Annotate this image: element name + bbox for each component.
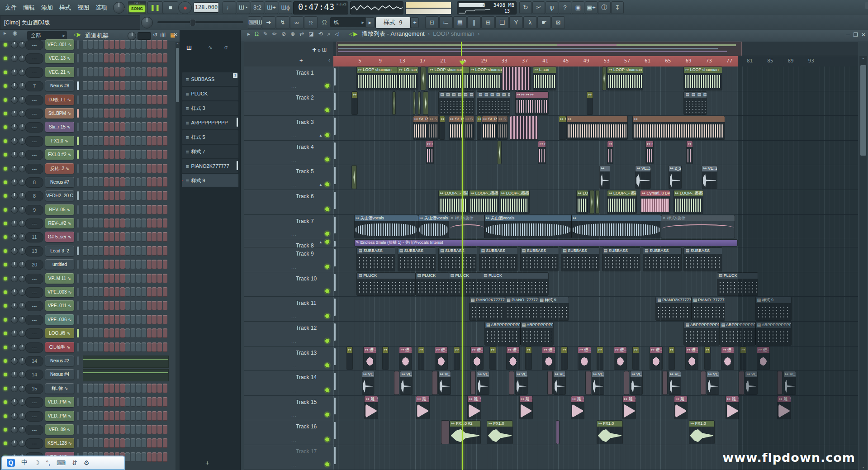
step-cell[interactable] — [131, 191, 135, 200]
channel-volume-knob[interactable] — [19, 261, 26, 268]
clip-VE..2[interactable]: ↦ VE..2 — [707, 371, 719, 394]
channel-led[interactable] — [4, 442, 7, 445]
clip-PLUCK[interactable]: ▤ PLUCK — [482, 273, 548, 296]
step-cell[interactable] — [120, 274, 125, 283]
stop-button[interactable]: ■ — [163, 1, 178, 14]
channel-mute-indicator[interactable] — [77, 68, 79, 76]
clip-↦ ↦[interactable] — [441, 421, 449, 444]
track-header[interactable]: Track 10··· — [244, 272, 333, 297]
step-cell[interactable] — [136, 301, 141, 310]
step-cell[interactable] — [125, 287, 130, 297]
step-cell[interactable] — [142, 411, 146, 421]
step-cell[interactable] — [109, 397, 114, 407]
channel-target-display[interactable]: --- — [25, 218, 43, 229]
channel-volume-knob[interactable] — [19, 344, 26, 351]
channel-mute-indicator[interactable] — [77, 109, 79, 118]
channel-target-display[interactable]: --- — [25, 315, 43, 325]
channel-volume-knob[interactable] — [19, 247, 26, 255]
step-cell[interactable] — [163, 287, 167, 297]
step-cell[interactable] — [104, 205, 109, 214]
playlist-speaker-icon[interactable]: ◁▶ — [349, 31, 357, 37]
step-cell[interactable] — [163, 191, 167, 200]
step-cell[interactable] — [163, 384, 167, 393]
step-cell[interactable] — [115, 287, 119, 297]
step-cell[interactable] — [125, 301, 130, 310]
step-cell[interactable] — [104, 260, 109, 269]
step-cell[interactable] — [99, 328, 103, 338]
step-cell[interactable] — [94, 122, 98, 132]
channel-volume-knob[interactable] — [19, 165, 26, 172]
channel-target-display[interactable]: --- — [25, 67, 43, 78]
clip-关山酒vocals[interactable]: ↦ 关山酒vocals — [418, 215, 449, 238]
step-cell[interactable] — [83, 260, 87, 269]
monitor-knob[interactable] — [141, 17, 153, 28]
channel-pan-knob[interactable] — [11, 55, 18, 62]
step-cell[interactable] — [88, 425, 93, 434]
channel-pan-knob[interactable] — [11, 192, 18, 199]
menu-item-添加[interactable]: 添加 — [38, 0, 56, 15]
step-cell[interactable] — [125, 315, 130, 324]
pat-song-switch[interactable]: PAT SONG — [128, 1, 146, 14]
track-header[interactable]: Track 7··· — [244, 215, 333, 240]
step-cell[interactable] — [120, 328, 125, 338]
step-cell[interactable] — [163, 411, 167, 421]
playlist-grid[interactable]: ↦ LOOP shuimian↦ LO..ian↦ LOOP shuimian↦… — [333, 66, 858, 470]
step-cell[interactable] — [152, 53, 157, 63]
step-cell[interactable] — [120, 122, 125, 132]
channel-volume-knob[interactable] — [19, 138, 26, 145]
clip-VE..2[interactable]: ↦ VE..2 — [554, 371, 565, 394]
clip-LOOP shuimian[interactable]: ↦ LOOP shuimian — [470, 67, 502, 90]
step-cell[interactable] — [109, 328, 114, 338]
channel-pan-knob[interactable] — [11, 413, 18, 420]
clip-gs[interactable] — [498, 141, 501, 164]
channel-button[interactable]: REV..05 ∿ — [45, 204, 74, 215]
clip-PIANO2K777777[interactable]: ▤ PIANO2K777777 — [470, 297, 505, 320]
clip-gs[interactable] — [418, 92, 421, 115]
step-cell[interactable] — [147, 397, 152, 407]
channel-button[interactable]: Nexus #2 — [45, 356, 74, 366]
step-cell[interactable] — [109, 150, 114, 159]
clip-ARPPPPPPPPP[interactable]: ▤ ARPPPPPPPPP — [485, 322, 520, 345]
channel-led[interactable] — [4, 180, 7, 184]
track-options-dots[interactable]: ··· — [291, 439, 297, 443]
step-cell[interactable] — [163, 40, 167, 49]
step-cell[interactable] — [136, 164, 141, 173]
step-cell[interactable] — [115, 260, 119, 269]
step-cell[interactable] — [115, 384, 119, 393]
step-cell[interactable] — [131, 328, 135, 338]
step-sequencer[interactable] — [83, 136, 167, 146]
step-cell[interactable] — [147, 218, 152, 228]
clip-impsm[interactable] — [432, 371, 437, 394]
channel-led[interactable] — [4, 263, 7, 266]
step-cell[interactable] — [142, 425, 146, 434]
channel-led[interactable] — [4, 98, 7, 102]
clip-样式9旋律[interactable]: ✕ 样式9旋律 — [449, 215, 484, 238]
channel-rack-view-icon[interactable]: ▤ — [453, 16, 467, 29]
step-cell[interactable] — [99, 342, 103, 352]
step-cell[interactable] — [120, 232, 125, 242]
clip-ol[interactable]: ↦ — [347, 347, 353, 370]
step-cell[interactable] — [99, 232, 103, 242]
channel-target-display[interactable]: --- — [25, 40, 43, 50]
step-cell[interactable] — [125, 191, 130, 200]
step-cell[interactable] — [136, 191, 141, 200]
clip-↦↦[interactable]: ↦ ↦↦ — [646, 141, 653, 164]
channel-led[interactable] — [4, 194, 7, 198]
playlist-view-icon[interactable]: ⊡ — [425, 16, 439, 29]
step-cell[interactable] — [99, 136, 103, 146]
step-cell[interactable] — [157, 109, 162, 118]
pattern-item-SUBBASS[interactable]: ≣SUBBASS1 — [182, 72, 238, 86]
step-cell[interactable] — [94, 95, 98, 104]
step-cell[interactable] — [147, 274, 152, 283]
clip-进..3[interactable]: ↦ 进..3 — [614, 347, 626, 370]
track-options-dots[interactable]: ··· — [291, 365, 297, 369]
step-cell[interactable] — [88, 109, 93, 118]
step-cell[interactable] — [152, 260, 157, 269]
step-cell[interactable] — [157, 438, 162, 448]
step-cell[interactable] — [131, 301, 135, 310]
step-cell[interactable] — [120, 53, 125, 63]
pattern-add-button[interactable]: + — [411, 17, 419, 28]
step-cell[interactable] — [115, 218, 119, 228]
step-cell[interactable] — [136, 81, 141, 90]
minimize-button[interactable]: ─ — [865, 2, 868, 9]
